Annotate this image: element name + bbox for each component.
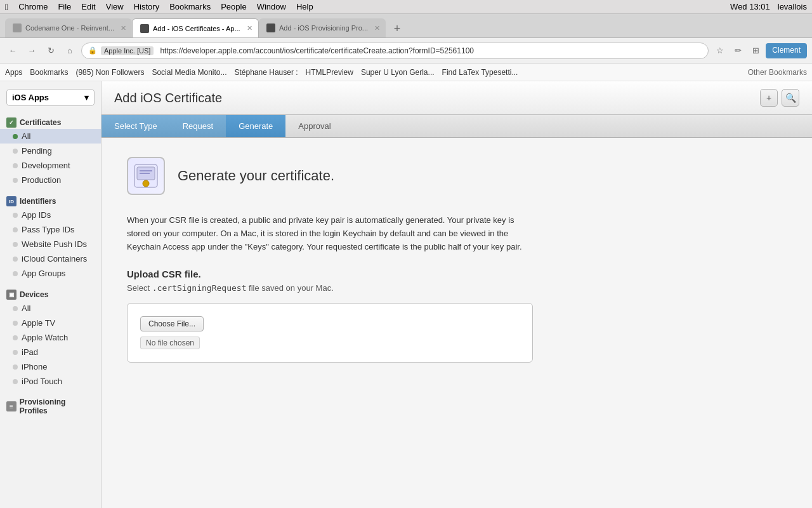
window-menu[interactable]: Window	[257, 2, 286, 11]
sidebar-item-website-push-ids[interactable]: Website Push IDs	[0, 237, 101, 251]
tab-ios-prov[interactable]: Add - iOS Provisioning Pro... ✕	[259, 18, 386, 37]
bookmark-latex[interactable]: Find LaTex Typesetti...	[442, 68, 518, 77]
tab-favicon-codename	[13, 23, 22, 32]
tab-close-codename[interactable]: ✕	[121, 24, 126, 32]
content-area: Add iOS Certificate + 🔍 Select Type Requ…	[102, 81, 812, 508]
history-menu[interactable]: History	[134, 2, 159, 11]
provisioning-icon: ≡	[6, 401, 16, 411]
bookmarks-bar: Apps Bookmarks (985) Non Followers Socia…	[0, 64, 812, 81]
step-approval[interactable]: Approval	[285, 115, 343, 137]
file-menu[interactable]: File	[58, 2, 71, 11]
bookmarks-menu[interactable]: Bookmarks	[169, 2, 211, 11]
refresh-button[interactable]: ↻	[43, 43, 58, 58]
bullet-icon	[13, 227, 18, 232]
view-menu[interactable]: View	[106, 2, 124, 11]
tab-ios-cert[interactable]: Add - iOS Certificates - Ap... ✕	[132, 18, 259, 37]
help-menu[interactable]: Help	[296, 2, 313, 11]
step-select-type[interactable]: Select Type	[102, 115, 170, 137]
bullet-icon	[13, 306, 18, 311]
apple-menu[interactable]: 	[5, 2, 8, 12]
security-lock-icon: 🔒	[88, 46, 97, 55]
bookmark-followers[interactable]: (985) Non Followers	[75, 68, 144, 77]
sidebar-item-ipad[interactable]: iPad	[0, 345, 101, 359]
bookmark-apps[interactable]: Apps	[5, 68, 22, 77]
address-actions: ☆ ✏ ⊞ Clement	[712, 43, 807, 58]
new-tab-button[interactable]: +	[388, 20, 406, 37]
upload-section: Upload CSR file. Select .certSigningRequ…	[127, 269, 787, 363]
people-menu[interactable]: People	[221, 2, 246, 11]
sidebar-item-ipod-touch[interactable]: iPod Touch	[0, 374, 101, 389]
cert-header: Generate your certificate.	[127, 157, 787, 195]
sidebar-item-all-certs[interactable]: All	[0, 129, 101, 144]
back-button[interactable]: ←	[5, 43, 20, 58]
bookmark-hauser[interactable]: Stéphane Hauser :	[235, 68, 298, 77]
home-button[interactable]: ⌂	[62, 43, 77, 58]
step-generate[interactable]: Generate	[226, 115, 285, 137]
sidebar-item-development[interactable]: Development	[0, 158, 101, 173]
tab-close-prov[interactable]: ✕	[374, 24, 380, 32]
bullet-icon	[13, 134, 18, 139]
dropdown-chevron-icon: ▾	[84, 93, 89, 102]
identifiers-section: ID Identifiers	[0, 192, 101, 208]
devices-icon: ▣	[6, 290, 16, 300]
sidebar-item-iphone[interactable]: iPhone	[0, 359, 101, 374]
edit-menu[interactable]: Edit	[81, 2, 95, 11]
bullet-icon	[13, 257, 18, 262]
chrome-window: Codename One - Reinvent... ✕ Add - iOS C…	[0, 14, 812, 508]
bookmark-star-icon[interactable]: ☆	[712, 43, 728, 58]
provisioning-section: ≡ Provisioning Profiles	[0, 394, 101, 417]
bookmark-super-u[interactable]: Super U Lyon Gerla...	[361, 68, 435, 77]
devices-section: ▣ Devices	[0, 286, 101, 301]
sidebar-item-pass-type-ids[interactable]: Pass Type IDs	[0, 222, 101, 237]
header-actions: + 🔍	[760, 89, 799, 107]
tab-close-cert[interactable]: ✕	[247, 24, 252, 32]
svg-point-4	[143, 180, 149, 187]
chrome-menu[interactable]: Chrome	[18, 2, 48, 11]
page-title: Add iOS Certificate	[114, 91, 222, 105]
sidebar: iOS Apps ▾ ✓ Certificates All Pending De…	[0, 81, 102, 508]
user-profile-button[interactable]: Clement	[766, 43, 807, 58]
bookmark-other[interactable]: Other Bookmarks	[748, 68, 807, 77]
search-button[interactable]: 🔍	[782, 89, 799, 107]
bullet-icon	[13, 149, 18, 154]
bullet-icon	[13, 350, 18, 355]
step-request[interactable]: Request	[170, 115, 226, 137]
bullet-icon	[13, 178, 18, 183]
upload-label: Upload CSR file.	[127, 269, 787, 279]
choose-file-button[interactable]: Choose File...	[140, 316, 204, 331]
address-bar: ← → ↻ ⌂ 🔒 Apple Inc. [US] https://develo…	[0, 38, 812, 64]
cert-generate-title: Generate your certificate.	[178, 168, 334, 184]
address-url: https://developer.apple.com/account/ios/…	[160, 46, 702, 55]
tab-favicon-cert	[140, 24, 149, 33]
ios-apps-dropdown[interactable]: iOS Apps ▾	[6, 89, 95, 106]
add-button[interactable]: +	[760, 89, 778, 107]
sidebar-item-icloud-containers[interactable]: iCloud Containers	[0, 251, 101, 266]
steps-bar: Select Type Request Generate Approval	[102, 115, 812, 138]
apps-grid-icon[interactable]: ⊞	[748, 43, 763, 58]
menubar-user: levallois	[778, 2, 807, 11]
tab-codename[interactable]: Codename One - Reinvent... ✕	[5, 18, 132, 37]
sidebar-item-production[interactable]: Production	[0, 173, 101, 187]
page-header: Add iOS Certificate + 🔍	[102, 81, 812, 115]
tab-favicon-prov	[266, 23, 275, 32]
bullet-icon	[13, 242, 18, 247]
page-body: Generate your certificate. When your CSR…	[102, 138, 812, 382]
menubar:  Chrome File Edit View History Bookmark…	[0, 0, 812, 14]
extension-icon[interactable]: ✏	[730, 43, 745, 58]
sidebar-item-apple-tv[interactable]: Apple TV	[0, 316, 101, 330]
sidebar-item-app-groups[interactable]: App Groups	[0, 266, 101, 281]
sidebar-item-pending[interactable]: Pending	[0, 144, 101, 158]
bullet-icon	[13, 321, 18, 326]
bookmark-htmlpreview[interactable]: HTMLPreview	[306, 68, 353, 77]
sidebar-item-all-devices[interactable]: All	[0, 301, 101, 316]
no-file-label: No file chosen	[140, 337, 200, 349]
bookmark-social[interactable]: Social Media Monito...	[152, 68, 226, 77]
upload-box: Choose File... No file chosen	[127, 303, 533, 363]
forward-button[interactable]: →	[24, 43, 39, 58]
address-field[interactable]: 🔒 Apple Inc. [US] https://developer.appl…	[81, 43, 709, 59]
tab-bar: Codename One - Reinvent... ✕ Add - iOS C…	[0, 14, 812, 38]
sidebar-item-app-ids[interactable]: App IDs	[0, 208, 101, 222]
bullet-icon	[13, 163, 18, 168]
sidebar-item-apple-watch[interactable]: Apple Watch	[0, 330, 101, 345]
bookmark-bookmarks[interactable]: Bookmarks	[30, 68, 68, 77]
